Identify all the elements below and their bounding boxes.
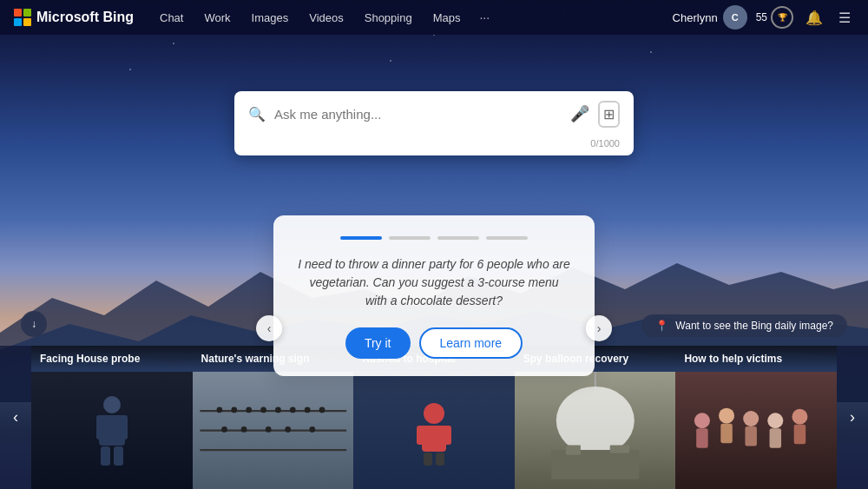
user-name: Cherlynn — [673, 11, 718, 24]
card-2-bg — [193, 372, 354, 489]
prompt-text: I need to throw a dinner party for 6 peo… — [298, 255, 570, 310]
try-it-button[interactable]: Try it — [345, 327, 411, 359]
brand-name: Microsoft Bing — [36, 10, 134, 25]
news-prev-button[interactable]: ‹ — [0, 346, 31, 489]
nav-shopping[interactable]: Shopping — [356, 8, 421, 28]
daily-image-text: Want to see the Bing daily image? — [675, 320, 833, 332]
progress-dot-2[interactable] — [389, 236, 431, 240]
user-profile[interactable]: Cherlynn C — [673, 5, 747, 30]
progress-dot-4[interactable] — [486, 236, 528, 240]
scroll-down-button[interactable]: ↓ — [21, 311, 47, 337]
card-3-image — [353, 372, 515, 489]
news-card-1[interactable]: Facing House probe — [31, 346, 193, 489]
navbar: Microsoft Bing Chat Work Images Videos S… — [0, 0, 868, 35]
hamburger-menu[interactable]: ☰ — [835, 8, 854, 28]
learn-more-button[interactable]: Learn more — [419, 327, 523, 359]
nav-images[interactable]: Images — [243, 8, 298, 28]
microsoft-logo — [14, 9, 31, 26]
prompt-card: I need to throw a dinner party for 6 peo… — [273, 215, 595, 376]
svg-rect-34 — [697, 428, 709, 448]
prompt-next-button[interactable]: › — [586, 315, 612, 341]
stadium-person — [391, 396, 477, 466]
character-counter: 0/1000 — [234, 136, 634, 155]
logo-green — [23, 9, 31, 17]
card-1-overlay: Facing House probe — [31, 346, 193, 489]
svg-rect-27 — [436, 453, 444, 466]
card-1-image — [31, 372, 193, 489]
notification-bell[interactable]: 🔔 — [802, 8, 826, 28]
progress-indicator — [298, 236, 570, 240]
svg-point-17 — [221, 426, 227, 433]
svg-point-15 — [304, 407, 310, 413]
svg-point-19 — [265, 426, 271, 433]
svg-point-35 — [719, 408, 734, 424]
nav-videos[interactable]: Videos — [300, 8, 352, 28]
nav-more-button[interactable]: ··· — [472, 7, 496, 28]
svg-rect-36 — [721, 424, 733, 444]
svg-rect-4 — [101, 446, 110, 466]
svg-rect-3 — [119, 415, 128, 439]
svg-point-39 — [768, 413, 784, 428]
svg-rect-26 — [424, 453, 432, 466]
search-input[interactable] — [274, 107, 562, 122]
card-3-bg — [353, 372, 515, 489]
logo-yellow — [23, 18, 31, 26]
points-display[interactable]: 55 🏆 — [756, 6, 793, 29]
card-5-title: How to help victims — [675, 346, 837, 372]
search-icon: 🔍 — [248, 106, 266, 122]
voice-search-icon[interactable]: 🎤 — [570, 104, 589, 123]
card-2-image — [193, 372, 354, 489]
svg-rect-24 — [417, 426, 427, 445]
prompt-actions: Try it Learn more — [298, 327, 570, 359]
search-container: 🔍 🎤 ⊞ 0/1000 — [234, 91, 634, 155]
svg-rect-25 — [441, 426, 451, 445]
debris-scene — [515, 372, 676, 489]
card-5-overlay: How to help victims — [675, 346, 837, 489]
svg-rect-5 — [114, 446, 123, 466]
card-4-image — [515, 372, 676, 489]
daily-image-prompt[interactable]: 📍 Want to see the Bing daily image? — [641, 314, 847, 337]
logo-red — [14, 9, 22, 17]
progress-dot-1[interactable] — [340, 236, 382, 240]
card-4-bg — [515, 372, 676, 489]
card-5-bg — [675, 372, 837, 489]
nav-logo[interactable]: Microsoft Bing — [14, 9, 134, 26]
progress-dot-3[interactable] — [437, 236, 479, 240]
nav-links: Chat Work Images Videos Shopping Maps ··… — [151, 7, 673, 28]
svg-point-11 — [246, 407, 252, 413]
prompt-prev-button[interactable]: ‹ — [256, 315, 282, 341]
svg-rect-30 — [551, 450, 639, 479]
nav-chat[interactable]: Chat — [151, 8, 192, 28]
nav-right: Cherlynn C 55 🏆 🔔 ☰ — [673, 5, 854, 30]
svg-rect-40 — [770, 428, 782, 448]
search-box: 🔍 🎤 ⊞ 0/1000 — [234, 91, 634, 155]
card-5-image — [675, 372, 837, 489]
crowd-scene — [675, 372, 837, 489]
svg-point-16 — [319, 407, 325, 413]
svg-point-13 — [275, 407, 281, 413]
svg-point-28 — [556, 387, 635, 455]
news-next-button[interactable]: › — [837, 346, 868, 489]
user-avatar: C — [723, 5, 747, 30]
nav-maps[interactable]: Maps — [424, 8, 470, 28]
svg-point-21 — [309, 426, 315, 433]
svg-point-41 — [792, 409, 808, 425]
svg-point-14 — [290, 407, 296, 413]
svg-point-22 — [424, 403, 444, 424]
svg-rect-0 — [103, 396, 121, 413]
points-badge: 🏆 — [771, 6, 793, 29]
card-1-title: Facing House probe — [31, 346, 193, 372]
card-1-bg — [31, 372, 193, 489]
points-value: 55 — [756, 11, 767, 23]
logo-blue — [14, 18, 22, 26]
nav-work[interactable]: Work — [195, 8, 239, 28]
visual-search-icon[interactable]: ⊞ — [598, 101, 620, 128]
svg-point-20 — [285, 426, 291, 433]
svg-point-33 — [694, 413, 710, 428]
news-card-5[interactable]: How to help victims — [675, 346, 837, 489]
person-silhouette — [86, 396, 138, 466]
search-input-row: 🔍 🎤 ⊞ — [234, 91, 634, 136]
svg-point-37 — [744, 411, 760, 426]
chevron-down-icon: ↓ — [31, 318, 36, 330]
birds-wires — [193, 372, 354, 489]
